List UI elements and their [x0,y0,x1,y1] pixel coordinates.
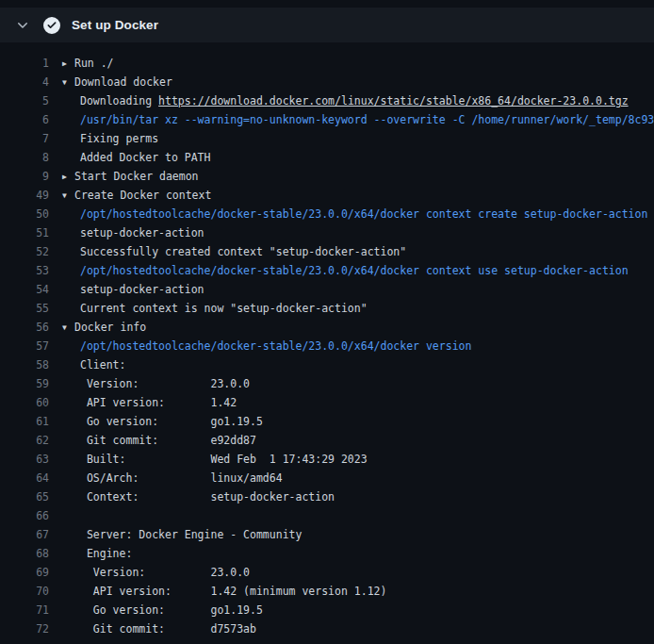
step-title: Set up Docker [72,18,158,32]
log-text: Built: Wed Feb 1 17:43:29 2023 [80,453,368,466]
command-text: /usr/bin/tar xz --warning=no-unknown-key… [80,113,654,126]
log-line-content [49,506,80,525]
line-number[interactable]: 53 [0,261,49,280]
line-number[interactable]: 49 [0,186,49,205]
line-number[interactable]: 5 [0,91,49,110]
line-number[interactable]: 59 [0,374,49,393]
triangle-right-icon[interactable]: ▶ [62,168,74,186]
line-number[interactable]: 9 [0,167,49,186]
line-number[interactable]: 8 [0,148,49,167]
line-number[interactable]: 6 [0,110,49,129]
log-line-content: Fixing perms [49,129,158,148]
group-line-content: ▶Run ./ [49,54,114,73]
group-line-content: ▶Start Docker daemon [49,167,199,186]
log-line: 69 Version: 23.0.0 [0,563,654,582]
log-group-header[interactable]: 56▼Docker info [0,318,654,337]
log-line: 54setup-docker-action [0,280,654,299]
log-line-content: API version: 1.42 [49,393,237,412]
triangle-down-icon[interactable]: ▼ [62,319,74,337]
line-number[interactable]: 65 [0,487,49,506]
log-container: 1▶Run ./4▼Download docker5Downloading ht… [0,42,654,638]
log-text: Added Docker to PATH [80,151,210,164]
line-number[interactable]: 55 [0,299,49,318]
line-number[interactable]: 61 [0,412,49,431]
line-number[interactable]: 51 [0,223,49,242]
line-number[interactable]: 54 [0,280,49,299]
log-text: Server: Docker Engine - Community [80,528,302,541]
line-number[interactable]: 67 [0,525,49,544]
log-line-content: /opt/hostedtoolcache/docker-stable/23.0.… [49,205,647,223]
log-line: 72 Git commit: d7573ab [0,619,654,638]
line-number[interactable]: 7 [0,129,49,148]
command-text: /opt/hostedtoolcache/docker-stable/23.0.… [80,264,629,277]
log-line-content: /opt/hostedtoolcache/docker-stable/23.0.… [49,261,629,280]
line-number[interactable]: 4 [0,73,49,91]
group-label: Create Docker context [74,189,211,202]
line-number[interactable]: 58 [0,355,49,374]
line-number[interactable]: 71 [0,601,49,619]
line-number[interactable]: 72 [0,619,49,638]
step-header-setup-docker[interactable]: Set up Docker [0,8,654,42]
log-group-header[interactable]: 1▶Run ./ [0,54,654,73]
log-line-content: Downloading https://download.docker.com/… [49,91,629,110]
log-line-content: Go version: go1.19.5 [49,412,263,431]
log-text: Engine: [80,547,132,560]
log-line: 66 [0,506,654,525]
log-line-content: Built: Wed Feb 1 17:43:29 2023 [49,450,368,469]
log-line: 53/opt/hostedtoolcache/docker-stable/23.… [0,261,654,280]
log-text: Current context is now "setup-docker-act… [80,302,368,315]
log-line: 64 OS/Arch: linux/amd64 [0,469,654,487]
group-line-content: ▼Download docker [49,73,172,91]
log-line: 50/opt/hostedtoolcache/docker-stable/23.… [0,205,654,223]
log-line-content: API version: 1.42 (minimum version 1.12) [49,582,386,601]
log-group-header[interactable]: 49▼Create Docker context [0,186,654,205]
line-number[interactable]: 63 [0,450,49,469]
line-number[interactable]: 56 [0,318,49,337]
log-line: 7Fixing perms [0,129,654,148]
triangle-right-icon[interactable]: ▶ [62,55,74,73]
log-line: 60 API version: 1.42 [0,393,654,412]
group-label: Run ./ [74,57,114,70]
log-text: API version: 1.42 [80,396,237,409]
line-number[interactable]: 60 [0,393,49,412]
log-line: 67 Server: Docker Engine - Community [0,525,654,544]
log-link[interactable]: https://download.docker.com/linux/static… [158,94,629,107]
log-line: 61 Go version: go1.19.5 [0,412,654,431]
log-group-header[interactable]: 4▼Download docker [0,73,654,91]
log-line: 6/usr/bin/tar xz --warning=no-unknown-ke… [0,110,654,129]
log-line-content: Current context is now "setup-docker-act… [49,299,368,318]
log-line: 62 Git commit: e92dd87 [0,431,654,450]
log-line: 65 Context: setup-docker-action [0,487,654,506]
line-number[interactable]: 57 [0,337,49,355]
line-number[interactable]: 66 [0,506,49,525]
log-text: Git commit: d7573ab [80,622,256,636]
line-number[interactable]: 64 [0,469,49,487]
log-text: Go version: go1.19.5 [80,603,263,617]
line-number[interactable]: 50 [0,205,49,223]
log-group-header[interactable]: 9▶Start Docker daemon [0,167,654,186]
line-number[interactable]: 52 [0,242,49,261]
log-line-content: Version: 23.0.0 [49,563,250,582]
log-text: setup-docker-action [80,283,204,296]
line-number[interactable]: 62 [0,431,49,450]
line-number[interactable]: 70 [0,582,49,601]
log-line-content: setup-docker-action [49,280,204,299]
line-number[interactable]: 68 [0,544,49,563]
log-line-content: Successfully created context "setup-dock… [49,242,406,261]
log-line: 52Successfully created context "setup-do… [0,242,654,261]
group-label: Start Docker daemon [74,170,199,183]
chevron-down-icon[interactable] [15,18,30,33]
group-line-content: ▼Create Docker context [49,186,211,205]
log-line-content: Git commit: d7573ab [49,619,256,638]
log-line-content: Server: Docker Engine - Community [49,525,302,544]
group-label: Download docker [74,75,172,89]
line-number[interactable]: 1 [0,54,49,73]
group-label: Docker info [74,321,146,334]
line-number[interactable]: 69 [0,563,49,582]
triangle-down-icon[interactable]: ▼ [62,74,74,91]
log-line-content: Version: 23.0.0 [49,374,250,393]
log-line-content: setup-docker-action [49,223,204,242]
log-line-content: Added Docker to PATH [49,148,210,167]
triangle-down-icon[interactable]: ▼ [62,187,74,205]
log-line-content: Engine: [49,544,132,563]
